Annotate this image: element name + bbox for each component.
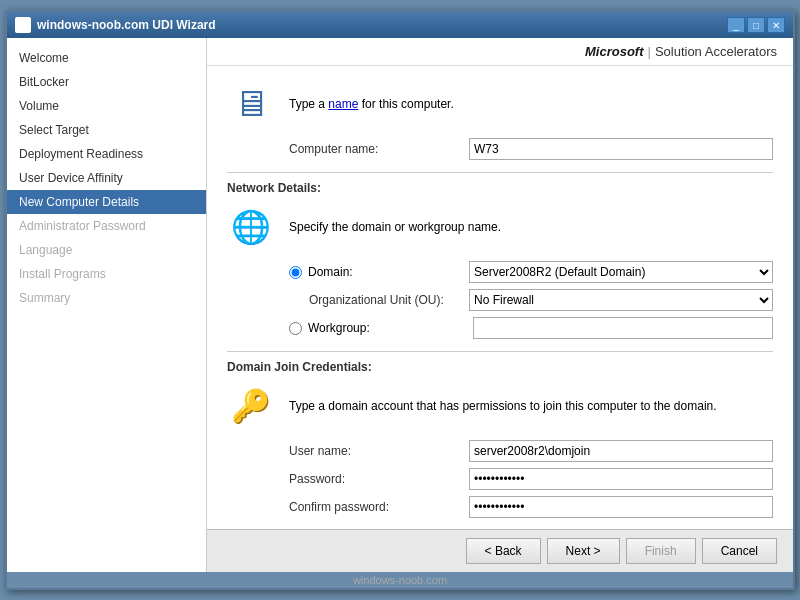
- computer-prompt: Type a name for this computer.: [289, 97, 454, 111]
- workgroup-label-text: Workgroup:: [308, 321, 370, 335]
- cancel-button[interactable]: Cancel: [702, 538, 777, 564]
- domain-radio[interactable]: [289, 266, 302, 279]
- credentials-title: Domain Join Credentials:: [227, 360, 773, 374]
- credentials-section-header: 🔑 Type a domain account that has permiss…: [227, 382, 773, 430]
- sidebar-item-welcome[interactable]: Welcome: [7, 46, 206, 70]
- main-content: 🖥 Type a name for this computer. Compute…: [207, 66, 793, 529]
- sidebar-item-new-computer-details[interactable]: New Computer Details: [7, 190, 206, 214]
- name-link: name: [328, 97, 358, 111]
- maximize-button[interactable]: □: [747, 17, 765, 33]
- password-label: Password:: [289, 472, 469, 486]
- workgroup-radio-label[interactable]: Workgroup:: [289, 321, 469, 335]
- branding-company: Microsoft: [585, 44, 644, 59]
- workgroup-radio[interactable]: [289, 322, 302, 335]
- key-icon: 🔑: [227, 382, 275, 430]
- minimize-button[interactable]: _: [727, 17, 745, 33]
- close-button[interactable]: ✕: [767, 17, 785, 33]
- network-section-header: 🌐 Specify the domain or workgroup name.: [227, 203, 773, 251]
- main-window: 🖥 windows-noob.com UDI Wizard _ □ ✕ Welc…: [5, 10, 795, 590]
- sidebar-item-volume[interactable]: Volume: [7, 94, 206, 118]
- title-bar-controls[interactable]: _ □ ✕: [727, 17, 785, 33]
- window-title: windows-noob.com UDI Wizard: [37, 18, 216, 32]
- username-row: User name:: [289, 440, 773, 462]
- branding-sep: |: [647, 44, 650, 59]
- app-icon: 🖥: [15, 17, 31, 33]
- workgroup-radio-row: Workgroup:: [289, 317, 773, 339]
- branding-bar: Microsoft|Solution Accelerators: [207, 38, 793, 66]
- credentials-section: Domain Join Credentials: 🔑 Type a domain…: [227, 360, 773, 518]
- sidebar-item-summary: Summary: [7, 286, 206, 310]
- computer-icon: 🖥: [227, 80, 275, 128]
- sidebar-item-bitlocker[interactable]: BitLocker: [7, 70, 206, 94]
- finish-button[interactable]: Finish: [626, 538, 696, 564]
- computer-name-row: Computer name:: [289, 138, 773, 160]
- domain-label-text: Domain:: [308, 265, 353, 279]
- network-section-title: Network Details:: [227, 181, 773, 195]
- computer-name-label: Computer name:: [289, 142, 469, 156]
- network-divider: [227, 172, 773, 173]
- computer-name-input[interactable]: [469, 138, 773, 160]
- sidebar-item-user-device-affinity[interactable]: User Device Affinity: [7, 166, 206, 190]
- network-prompt: Specify the domain or workgroup name.: [289, 220, 501, 234]
- content-area: Welcome BitLocker Volume Select Target D…: [7, 38, 793, 572]
- sidebar-item-language: Language: [7, 238, 206, 262]
- ou-select[interactable]: No Firewall: [469, 289, 773, 311]
- domain-select[interactable]: Server2008R2 (Default Domain): [469, 261, 773, 283]
- sidebar-item-select-target[interactable]: Select Target: [7, 118, 206, 142]
- workgroup-input[interactable]: [473, 317, 773, 339]
- sidebar-item-administrator-password: Administrator Password: [7, 214, 206, 238]
- domain-radio-label[interactable]: Domain:: [289, 265, 469, 279]
- title-bar-left: 🖥 windows-noob.com UDI Wizard: [15, 17, 216, 33]
- sidebar-item-install-programs: Install Programs: [7, 262, 206, 286]
- confirm-password-label: Confirm password:: [289, 500, 469, 514]
- ou-label: Organizational Unit (OU):: [289, 293, 469, 307]
- next-button[interactable]: Next >: [547, 538, 620, 564]
- username-input[interactable]: [469, 440, 773, 462]
- password-input[interactable]: [469, 468, 773, 490]
- confirm-password-row: Confirm password:: [289, 496, 773, 518]
- ou-label-text: Organizational Unit (OU):: [309, 293, 444, 307]
- sidebar: Welcome BitLocker Volume Select Target D…: [7, 38, 207, 572]
- credentials-prompt: Type a domain account that has permissio…: [289, 399, 717, 413]
- network-section: Network Details: 🌐 Specify the domain or…: [227, 181, 773, 339]
- back-button[interactable]: < Back: [466, 538, 541, 564]
- domain-radio-row: Domain: Server2008R2 (Default Domain): [289, 261, 773, 283]
- sidebar-item-deployment-readiness[interactable]: Deployment Readiness: [7, 142, 206, 166]
- confirm-password-input[interactable]: [469, 496, 773, 518]
- computer-prompt-text: Type a name for this computer.: [289, 97, 454, 111]
- password-row: Password:: [289, 468, 773, 490]
- title-bar: 🖥 windows-noob.com UDI Wizard _ □ ✕: [7, 12, 793, 38]
- ou-row: Organizational Unit (OU): No Firewall: [289, 289, 773, 311]
- username-label: User name:: [289, 444, 469, 458]
- network-icon: 🌐: [227, 203, 275, 251]
- branding-product: Solution Accelerators: [655, 44, 777, 59]
- creds-divider: [227, 351, 773, 352]
- watermark: windows-noob.com: [7, 572, 793, 588]
- footer: < Back Next > Finish Cancel: [207, 529, 793, 572]
- main-panel: Microsoft|Solution Accelerators 🖥 Type a…: [207, 38, 793, 572]
- computer-name-section-header: 🖥 Type a name for this computer.: [227, 80, 773, 128]
- type-text: Type a: [289, 97, 328, 111]
- rest-text: for this computer.: [358, 97, 453, 111]
